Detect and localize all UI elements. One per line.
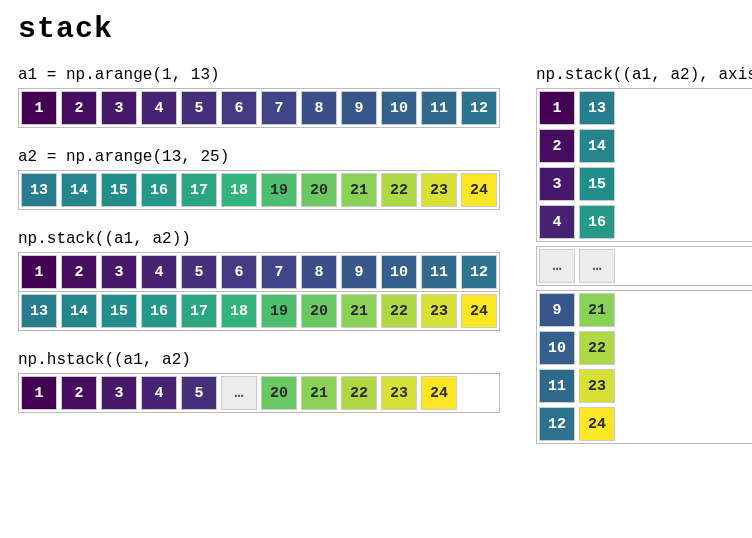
value-cell: 2 (59, 89, 99, 127)
value-cell: 23 (577, 367, 617, 405)
value-cell: 14 (577, 127, 617, 165)
array-stack-row2: 131415161718192021222324 (18, 292, 500, 331)
value-cell: 12 (459, 253, 499, 291)
value-cell: 22 (379, 292, 419, 330)
value-cell: 23 (379, 374, 419, 412)
code-label-a2: a2 = np.arange(13, 25) (18, 148, 500, 166)
value-cell: 5 (179, 253, 219, 291)
value-cell: 4 (139, 253, 179, 291)
value-cell: 21 (299, 374, 339, 412)
value-cell: 15 (99, 292, 139, 330)
value-cell: 2 (59, 253, 99, 291)
value-cell: 24 (459, 171, 499, 209)
value-cell: 12 (537, 405, 577, 443)
axis1-col-a1-mid: … (537, 247, 577, 285)
axis1-col-a1-top: 1234 (537, 89, 577, 241)
value-cell: 21 (577, 291, 617, 329)
value-cell: 18 (219, 171, 259, 209)
value-cell: 3 (537, 165, 577, 203)
value-cell: 4 (139, 89, 179, 127)
array-stack-row1: 123456789101112 (18, 252, 500, 292)
code-label-stack: np.stack((a1, a2)) (18, 230, 500, 248)
array-stack-axis1-bot: 9101112 21222324 (536, 290, 752, 444)
array-stack-axis1-top: 1234 13141516 (536, 88, 752, 242)
value-cell: 14 (59, 292, 99, 330)
axis1-col-a2-top: 13141516 (577, 89, 617, 241)
value-cell: 13 (577, 89, 617, 127)
value-cell: 15 (99, 171, 139, 209)
value-cell: 22 (339, 374, 379, 412)
section-stack: np.stack((a1, a2)) 123456789101112 13141… (18, 230, 500, 331)
value-cell: 20 (259, 374, 299, 412)
value-cell: 18 (219, 292, 259, 330)
value-cell: 5 (179, 374, 219, 412)
axis1-col-a1-bot: 9101112 (537, 291, 577, 443)
value-cell: 14 (59, 171, 99, 209)
section-a2: a2 = np.arange(13, 25) 13141516171819202… (18, 148, 500, 210)
value-cell: 6 (219, 253, 259, 291)
value-cell: 13 (19, 292, 59, 330)
value-cell: 7 (259, 89, 299, 127)
value-cell: 1 (19, 374, 59, 412)
value-cell: 23 (419, 171, 459, 209)
value-cell: 23 (419, 292, 459, 330)
value-cell: 8 (299, 89, 339, 127)
value-cell: 4 (139, 374, 179, 412)
axis1-col-a2-bot: 21222324 (577, 291, 617, 443)
value-cell: 5 (179, 89, 219, 127)
value-cell: 4 (537, 203, 577, 241)
array-a2: 131415161718192021222324 (18, 170, 500, 210)
array-hstack: 12345…2021222324 (18, 373, 500, 413)
value-cell: 24 (419, 374, 459, 412)
value-cell: 16 (577, 203, 617, 241)
value-cell: 21 (339, 292, 379, 330)
value-cell: 9 (339, 89, 379, 127)
ellipsis-cell: … (537, 247, 577, 285)
value-cell: 9 (537, 291, 577, 329)
value-cell: 8 (299, 253, 339, 291)
value-cell: 19 (259, 171, 299, 209)
value-cell: 11 (419, 253, 459, 291)
value-cell: 22 (379, 171, 419, 209)
value-cell: 24 (459, 292, 499, 330)
value-cell: 3 (99, 89, 139, 127)
value-cell: 7 (259, 253, 299, 291)
array-stack: 123456789101112 131415161718192021222324 (18, 252, 500, 331)
right-column: np.stack((a1, a2), axis=1) 1234 13141516… (536, 60, 752, 444)
value-cell: 11 (419, 89, 459, 127)
section-a1: a1 = np.arange(1, 13) 123456789101112 (18, 66, 500, 128)
value-cell: 17 (179, 292, 219, 330)
value-cell: 12 (459, 89, 499, 127)
value-cell: 19 (259, 292, 299, 330)
left-column: a1 = np.arange(1, 13) 123456789101112 a2… (18, 60, 500, 433)
value-cell: 3 (99, 253, 139, 291)
array-stack-axis1-mid: … … (536, 246, 752, 286)
code-label-a1: a1 = np.arange(1, 13) (18, 66, 500, 84)
page-title: stack (18, 12, 734, 46)
value-cell: 16 (139, 171, 179, 209)
value-cell: 3 (99, 374, 139, 412)
value-cell: 2 (537, 127, 577, 165)
ellipsis-cell: … (577, 247, 617, 285)
value-cell: 13 (19, 171, 59, 209)
ellipsis-cell: … (219, 374, 259, 412)
value-cell: 22 (577, 329, 617, 367)
value-cell: 6 (219, 89, 259, 127)
value-cell: 20 (299, 292, 339, 330)
code-label-hstack: np.hstack((a1, a2) (18, 351, 500, 369)
value-cell: 10 (537, 329, 577, 367)
array-a1: 123456789101112 (18, 88, 500, 128)
value-cell: 10 (379, 89, 419, 127)
code-label-stack-axis1: np.stack((a1, a2), axis=1) (536, 66, 752, 84)
value-cell: 9 (339, 253, 379, 291)
value-cell: 2 (59, 374, 99, 412)
value-cell: 10 (379, 253, 419, 291)
main-layout: a1 = np.arange(1, 13) 123456789101112 a2… (18, 60, 734, 444)
axis1-col-a2-mid: … (577, 247, 617, 285)
value-cell: 20 (299, 171, 339, 209)
value-cell: 11 (537, 367, 577, 405)
value-cell: 16 (139, 292, 179, 330)
section-hstack: np.hstack((a1, a2) 12345…2021222324 (18, 351, 500, 413)
value-cell: 1 (19, 253, 59, 291)
value-cell: 24 (577, 405, 617, 443)
